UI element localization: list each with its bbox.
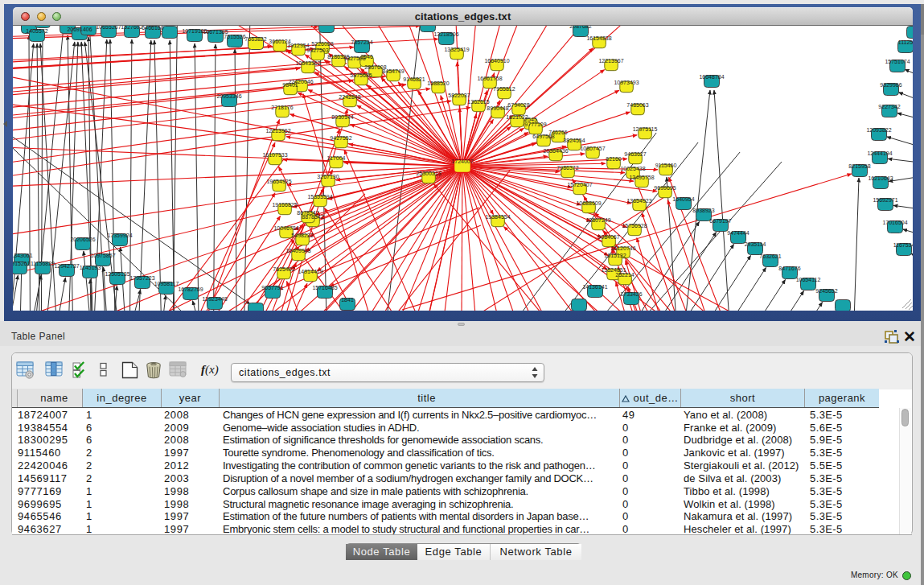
svg-text:9329966: 9329966 <box>880 82 901 88</box>
svg-text:6466160: 6466160 <box>142 26 163 31</box>
svg-text:20953346: 20953346 <box>216 93 241 99</box>
svg-text:1167534: 1167534 <box>893 242 913 248</box>
svg-text:6794028: 6794028 <box>507 102 529 108</box>
svg-text:3267130: 3267130 <box>317 174 339 179</box>
svg-text:15692971: 15692971 <box>873 197 897 203</box>
svg-text:7857234: 7857234 <box>351 39 372 45</box>
svg-text:16154838: 16154838 <box>586 35 611 41</box>
svg-text:9427552: 9427552 <box>330 135 351 141</box>
svg-text:1733426: 1733426 <box>620 291 642 297</box>
svg-text:10543362: 10543362 <box>295 60 320 66</box>
svg-text:19384554: 19384554 <box>485 214 510 220</box>
svg-text:8215958: 8215958 <box>848 163 870 169</box>
svg-text:7625402: 7625402 <box>273 266 294 272</box>
svg-text:9327503: 9327503 <box>306 47 328 53</box>
svg-text:12093822: 12093822 <box>866 127 891 133</box>
svg-text:9777109: 9777109 <box>524 122 546 127</box>
svg-text:19166825: 19166825 <box>272 202 297 208</box>
svg-text:5498222: 5498222 <box>291 233 313 238</box>
svg-text:10046784: 10046784 <box>273 225 298 231</box>
svg-text:7663822: 7663822 <box>244 36 266 42</box>
svg-text:17957223: 17957223 <box>129 275 154 281</box>
svg-text:10807457: 10807457 <box>580 146 605 151</box>
svg-text:2935114: 2935114 <box>745 241 766 247</box>
svg-text:18807249: 18807249 <box>585 217 610 223</box>
svg-text:15756928: 15756928 <box>622 223 647 229</box>
svg-text:12444194: 12444194 <box>867 150 892 156</box>
svg-text:10688609: 10688609 <box>576 200 601 206</box>
svg-text:10973493: 10973493 <box>614 80 639 85</box>
svg-text:20364436: 20364436 <box>543 148 568 154</box>
svg-text:746266: 746266 <box>548 130 567 135</box>
svg-text:9463627: 9463627 <box>624 151 646 157</box>
svg-text:5822037: 5822037 <box>448 93 470 98</box>
svg-text:252214: 252214 <box>615 272 634 278</box>
svg-text:11156829: 11156829 <box>31 261 55 266</box>
svg-text:1615132: 1615132 <box>604 253 626 258</box>
svg-text:8938923: 8938923 <box>692 208 714 213</box>
svg-text:19654925: 19654925 <box>266 179 291 184</box>
svg-text:16107533: 16107533 <box>262 152 287 158</box>
svg-text:9245652: 9245652 <box>815 288 837 294</box>
svg-text:1640954: 1640954 <box>672 196 694 202</box>
svg-text:7515526: 7515526 <box>224 34 245 39</box>
svg-text:9115460: 9115460 <box>655 163 677 168</box>
svg-text:15720407: 15720407 <box>567 182 592 187</box>
svg-text:10655267: 10655267 <box>96 26 121 30</box>
svg-text:1724007: 1724007 <box>451 159 473 164</box>
svg-text:10958117: 10958117 <box>154 281 179 286</box>
svg-text:8990448: 8990448 <box>487 105 508 111</box>
svg-text:3824554: 3824554 <box>563 138 585 143</box>
svg-text:12213967: 12213967 <box>598 58 623 64</box>
svg-text:8678342: 8678342 <box>297 210 318 216</box>
svg-text:9227342: 9227342 <box>878 104 900 109</box>
svg-text:9699695: 9699695 <box>654 185 676 191</box>
svg-text:13495758: 13495758 <box>629 175 654 180</box>
svg-text:117004: 117004 <box>327 155 346 161</box>
svg-text:15353594: 15353594 <box>307 194 332 200</box>
svg-text:62160: 62160 <box>606 156 622 162</box>
svg-text:3915261: 3915261 <box>13 261 31 266</box>
svg-text:15751074: 15751074 <box>885 59 910 64</box>
svg-text:9084067: 9084067 <box>598 234 619 240</box>
svg-text:12213962: 12213962 <box>265 128 290 134</box>
svg-text:7986372: 7986372 <box>556 165 578 171</box>
svg-text:15716485: 15716485 <box>312 285 337 290</box>
svg-text:6679197: 6679197 <box>709 218 731 224</box>
svg-text:2718176: 2718176 <box>271 105 293 110</box>
svg-text:1588520: 1588520 <box>427 80 449 86</box>
svg-text:16120746: 16120746 <box>610 245 635 251</box>
svg-text:16648784: 16648784 <box>699 74 724 80</box>
svg-text:20691406: 20691406 <box>67 27 92 32</box>
svg-text:16409948: 16409948 <box>285 248 310 253</box>
svg-text:16210643: 16210643 <box>868 175 893 181</box>
svg-text:5875685: 5875685 <box>350 72 372 78</box>
svg-text:7485063: 7485063 <box>626 102 648 108</box>
svg-text:1405572: 1405572 <box>26 28 47 34</box>
svg-text:20206526: 20206526 <box>70 237 95 242</box>
svg-text:16961758: 16961758 <box>477 76 502 81</box>
svg-text:8030144: 8030144 <box>331 114 353 120</box>
svg-text:17016504: 17016504 <box>882 220 907 225</box>
svg-text:11125: 11125 <box>898 39 913 45</box>
svg-text:25300213: 25300213 <box>416 171 441 176</box>
svg-text:14136141: 14136141 <box>582 284 607 290</box>
svg-text:17359924: 17359924 <box>107 233 132 238</box>
svg-text:9474444: 9474444 <box>727 230 749 236</box>
svg-text:9657791: 9657791 <box>261 285 283 290</box>
svg-text:10654112: 10654112 <box>796 277 821 282</box>
svg-text:16640910: 16640910 <box>484 58 509 64</box>
svg-text:7955812: 7955812 <box>493 86 515 92</box>
svg-text:12975115: 12975115 <box>633 126 658 132</box>
svg-text:2546: 2546 <box>360 54 373 60</box>
svg-text:14914479: 14914479 <box>298 269 322 274</box>
svg-text:2242848: 2242848 <box>339 94 360 100</box>
svg-text:2087682: 2087682 <box>569 26 591 29</box>
svg-text:10975857: 10975857 <box>90 253 115 258</box>
svg-text:1841: 1841 <box>341 297 354 303</box>
svg-text:10025438: 10025438 <box>620 166 645 171</box>
svg-text:12505135: 12505135 <box>105 271 129 277</box>
svg-text:8471676: 8471676 <box>778 266 800 271</box>
svg-text:1527602: 1527602 <box>121 26 142 30</box>
svg-text:1145193: 1145193 <box>80 265 101 270</box>
